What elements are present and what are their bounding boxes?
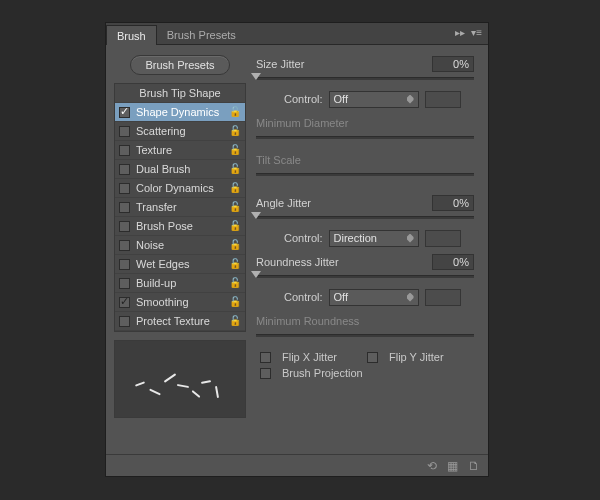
checkbox-icon[interactable] [119, 164, 130, 175]
tab-brush-presets[interactable]: Brush Presets [157, 25, 246, 44]
lock-icon[interactable]: 🔓 [229, 220, 241, 231]
lock-icon[interactable]: 🔓 [229, 163, 241, 174]
lock-icon[interactable]: 🔓 [229, 296, 241, 307]
sidebar-item-brush-pose[interactable]: Brush Pose🔓 [115, 217, 245, 236]
sidebar-item-dual-brush[interactable]: Dual Brush🔓 [115, 160, 245, 179]
sidebar-item-label: Color Dynamics [136, 182, 214, 194]
angle-jitter-label: Angle Jitter [256, 197, 432, 209]
control1-swatch [425, 91, 461, 108]
settings-area: Size Jitter 0% Control: Off Minimum Diam… [254, 53, 480, 454]
collapse-icon[interactable]: ▸▸ [455, 27, 465, 38]
brush-preview [114, 340, 246, 418]
min-roundness-label: Minimum Roundness [256, 315, 474, 327]
control2-swatch [425, 230, 461, 247]
size-jitter-value[interactable]: 0% [432, 56, 474, 72]
checkbox-icon[interactable] [119, 145, 130, 156]
checkbox-icon[interactable] [119, 316, 130, 327]
sidebar-item-wet-edges[interactable]: Wet Edges🔓 [115, 255, 245, 274]
size-jitter-label: Size Jitter [256, 58, 432, 70]
create-brush-icon[interactable]: 🗋 [468, 459, 480, 473]
lock-icon[interactable]: 🔓 [229, 239, 241, 250]
control3-label: Control: [284, 291, 323, 303]
checkbox-icon[interactable] [119, 259, 130, 270]
checkbox-icon[interactable] [119, 221, 130, 232]
control1-label: Control: [284, 93, 323, 105]
checkbox-icon[interactable] [119, 202, 130, 213]
brush-option-list: Brush Tip Shape Shape Dynamics🔓Scatterin… [114, 83, 246, 332]
sidebar-item-label: Shape Dynamics [136, 106, 219, 118]
min-diameter-slider [256, 133, 474, 145]
roundness-jitter-value[interactable]: 0% [432, 254, 474, 270]
min-diameter-label: Minimum Diameter [256, 117, 474, 129]
panel-footer: ⟲ ▦ 🗋 [106, 454, 488, 476]
sidebar-item-label: Noise [136, 239, 164, 251]
lock-icon[interactable]: 🔓 [229, 106, 241, 117]
sidebar-item-label: Smoothing [136, 296, 189, 308]
brush-tip-shape-header[interactable]: Brush Tip Shape [115, 84, 245, 103]
sidebar-item-label: Protect Texture [136, 315, 210, 327]
angle-jitter-value[interactable]: 0% [432, 195, 474, 211]
sidebar-item-label: Brush Pose [136, 220, 193, 232]
sidebar-item-protect-texture[interactable]: Protect Texture🔓 [115, 312, 245, 331]
checkbox-icon[interactable] [119, 126, 130, 137]
tilt-scale-label: Tilt Scale [256, 154, 474, 166]
sidebar-item-color-dynamics[interactable]: Color Dynamics🔓 [115, 179, 245, 198]
sidebar: Brush Presets Brush Tip Shape Shape Dyna… [114, 53, 246, 454]
brush-panel: Brush Brush Presets ▸▸ ▾≡ Brush Presets … [105, 22, 489, 477]
roundness-jitter-label: Roundness Jitter [256, 256, 432, 268]
lock-icon[interactable]: 🔓 [229, 258, 241, 269]
lock-icon[interactable]: 🔓 [229, 201, 241, 212]
lock-icon[interactable]: 🔓 [229, 315, 241, 326]
tilt-scale-slider [256, 170, 474, 182]
sidebar-item-build-up[interactable]: Build-up🔓 [115, 274, 245, 293]
flip-x-jitter-checkbox[interactable]: Flip X Jitter [260, 351, 337, 363]
angle-jitter-slider[interactable] [256, 213, 474, 225]
sidebar-item-label: Build-up [136, 277, 176, 289]
sidebar-item-label: Texture [136, 144, 172, 156]
checkbox-icon[interactable] [119, 240, 130, 251]
sidebar-item-shape-dynamics[interactable]: Shape Dynamics🔓 [115, 103, 245, 122]
control2-label: Control: [284, 232, 323, 244]
sidebar-item-label: Dual Brush [136, 163, 190, 175]
lock-icon[interactable]: 🔓 [229, 144, 241, 155]
sidebar-item-smoothing[interactable]: Smoothing🔓 [115, 293, 245, 312]
checkbox-icon[interactable] [119, 183, 130, 194]
min-roundness-slider [256, 331, 474, 343]
lock-icon[interactable]: 🔓 [229, 125, 241, 136]
control2-select[interactable]: Direction [329, 230, 419, 247]
sidebar-item-transfer[interactable]: Transfer🔓 [115, 198, 245, 217]
tab-bar: Brush Brush Presets ▸▸ ▾≡ [106, 23, 488, 45]
lock-icon[interactable]: 🔓 [229, 182, 241, 193]
sidebar-item-texture[interactable]: Texture🔓 [115, 141, 245, 160]
sidebar-item-noise[interactable]: Noise🔓 [115, 236, 245, 255]
checkbox-icon[interactable] [119, 297, 130, 308]
new-preset-icon[interactable]: ▦ [447, 459, 458, 473]
brush-presets-button[interactable]: Brush Presets [130, 55, 229, 75]
panel-menu-icon[interactable]: ▾≡ [471, 27, 482, 38]
sidebar-item-scattering[interactable]: Scattering🔓 [115, 122, 245, 141]
toggle-preview-icon[interactable]: ⟲ [427, 459, 437, 473]
sidebar-item-label: Wet Edges [136, 258, 190, 270]
sidebar-item-label: Scattering [136, 125, 186, 137]
control1-select[interactable]: Off [329, 91, 419, 108]
tab-brush[interactable]: Brush [106, 25, 157, 45]
checkbox-icon[interactable] [119, 278, 130, 289]
flip-y-jitter-checkbox[interactable]: Flip Y Jitter [367, 351, 444, 363]
control3-swatch [425, 289, 461, 306]
roundness-jitter-slider[interactable] [256, 272, 474, 284]
size-jitter-slider[interactable] [256, 74, 474, 86]
sidebar-item-label: Transfer [136, 201, 177, 213]
brush-projection-checkbox[interactable]: Brush Projection [260, 367, 363, 379]
control3-select[interactable]: Off [329, 289, 419, 306]
lock-icon[interactable]: 🔓 [229, 277, 241, 288]
checkbox-icon[interactable] [119, 107, 130, 118]
